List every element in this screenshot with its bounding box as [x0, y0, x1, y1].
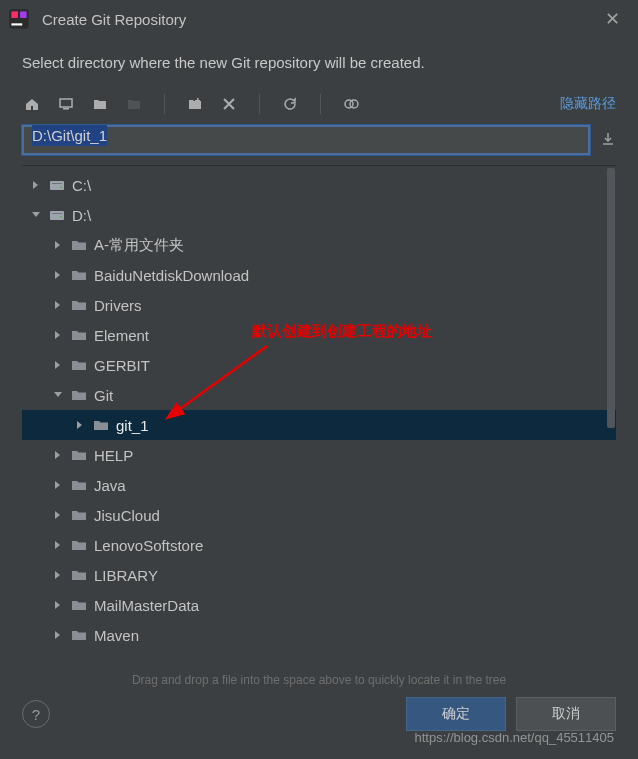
- download-icon[interactable]: [600, 131, 616, 150]
- tree-row[interactable]: Element: [22, 320, 616, 350]
- tree-row[interactable]: LIBRARY: [22, 560, 616, 590]
- directory-tree: C:\D:\A-常用文件夹BaiduNetdiskDownloadDrivers…: [22, 165, 616, 665]
- tree-item-label: Git: [94, 387, 113, 404]
- desktop-icon[interactable]: [56, 94, 76, 114]
- tree-row[interactable]: Maven: [22, 620, 616, 650]
- chevron-right-icon[interactable]: [50, 450, 66, 460]
- dialog-subtitle: Select directory where the new Git repos…: [0, 38, 638, 89]
- folder-icon: [70, 507, 88, 523]
- tree-row[interactable]: Drivers: [22, 290, 616, 320]
- svg-rect-11: [52, 183, 62, 184]
- folder-icon: [70, 447, 88, 463]
- folder-icon: [70, 237, 88, 253]
- chevron-right-icon[interactable]: [50, 540, 66, 550]
- module-icon[interactable]: [124, 94, 144, 114]
- tree-item-label: BaiduNetdiskDownload: [94, 267, 249, 284]
- toolbar-divider: [320, 94, 321, 114]
- tree-row[interactable]: Git: [22, 380, 616, 410]
- tree-row[interactable]: git_1: [22, 410, 616, 440]
- chevron-right-icon[interactable]: [50, 480, 66, 490]
- svg-rect-3: [11, 23, 22, 25]
- show-hidden-icon[interactable]: [341, 94, 361, 114]
- tree-item-label: A-常用文件夹: [94, 236, 184, 255]
- chevron-right-icon[interactable]: [50, 330, 66, 340]
- chevron-down-icon[interactable]: [50, 390, 66, 400]
- path-row: D:\Git\git_1: [0, 119, 638, 161]
- tree-item-label: git_1: [116, 417, 149, 434]
- tree-row[interactable]: GERBIT: [22, 350, 616, 380]
- toolbar-divider: [164, 94, 165, 114]
- chevron-right-icon[interactable]: [50, 630, 66, 640]
- dialog-footer: ? 确定 取消: [0, 697, 638, 741]
- tree-item-label: MailMasterData: [94, 597, 199, 614]
- svg-rect-2: [20, 11, 27, 18]
- folder-icon: [70, 297, 88, 313]
- tree-item-label: LenovoSoftstore: [94, 537, 203, 554]
- tree-item-label: Maven: [94, 627, 139, 644]
- hide-path-link[interactable]: 隐藏路径: [560, 95, 616, 113]
- tree-row[interactable]: A-常用文件夹: [22, 230, 616, 260]
- toolbar: 隐藏路径: [0, 89, 638, 119]
- chevron-right-icon[interactable]: [50, 510, 66, 520]
- svg-point-12: [60, 186, 62, 188]
- help-button[interactable]: ?: [22, 700, 50, 728]
- tree-item-label: HELP: [94, 447, 133, 464]
- tree-row[interactable]: LenovoSoftstore: [22, 530, 616, 560]
- svg-rect-14: [52, 213, 62, 214]
- chevron-right-icon[interactable]: [50, 570, 66, 580]
- project-icon[interactable]: [90, 94, 110, 114]
- tree-item-label: GERBIT: [94, 357, 150, 374]
- disk-icon: [48, 207, 66, 223]
- tree-item-label: C:\: [72, 177, 91, 194]
- tree-row[interactable]: JisuCloud: [22, 500, 616, 530]
- delete-icon[interactable]: [219, 94, 239, 114]
- chevron-right-icon[interactable]: [28, 180, 44, 190]
- tree-item-label: Element: [94, 327, 149, 344]
- close-button[interactable]: ✕: [597, 4, 628, 34]
- tree-item-label: Drivers: [94, 297, 142, 314]
- folder-icon: [70, 597, 88, 613]
- ok-button[interactable]: 确定: [406, 697, 506, 731]
- cancel-button[interactable]: 取消: [516, 697, 616, 731]
- home-icon[interactable]: [22, 94, 42, 114]
- drop-hint: Drag and drop a file into the space abov…: [0, 665, 638, 697]
- tree-item-label: LIBRARY: [94, 567, 158, 584]
- dialog-title: Create Git Repository: [42, 11, 597, 28]
- folder-icon: [70, 537, 88, 553]
- tree-row[interactable]: HELP: [22, 440, 616, 470]
- folder-icon: [70, 327, 88, 343]
- toolbar-divider: [259, 94, 260, 114]
- tree-item-label: D:\: [72, 207, 91, 224]
- chevron-right-icon[interactable]: [50, 270, 66, 280]
- chevron-right-icon[interactable]: [50, 240, 66, 250]
- tree-item-label: Java: [94, 477, 126, 494]
- folder-icon: [92, 417, 110, 433]
- app-icon: [6, 6, 32, 32]
- new-folder-icon[interactable]: [185, 94, 205, 114]
- scrollbar[interactable]: [606, 166, 616, 665]
- folder-icon: [70, 627, 88, 643]
- svg-rect-4: [60, 99, 72, 107]
- svg-rect-7: [195, 100, 200, 102]
- path-input[interactable]: D:\Git\git_1: [22, 125, 590, 155]
- svg-rect-13: [50, 211, 64, 220]
- titlebar: Create Git Repository ✕: [0, 0, 638, 38]
- folder-icon: [70, 357, 88, 373]
- refresh-icon[interactable]: [280, 94, 300, 114]
- tree-row[interactable]: MailMasterData: [22, 590, 616, 620]
- chevron-right-icon[interactable]: [50, 600, 66, 610]
- svg-point-15: [60, 216, 62, 218]
- tree-row[interactable]: C:\: [22, 170, 616, 200]
- chevron-right-icon[interactable]: [72, 420, 88, 430]
- folder-icon: [70, 477, 88, 493]
- tree-row[interactable]: D:\: [22, 200, 616, 230]
- tree-row[interactable]: BaiduNetdiskDownload: [22, 260, 616, 290]
- chevron-down-icon[interactable]: [28, 210, 44, 220]
- folder-icon: [70, 267, 88, 283]
- disk-icon: [48, 177, 66, 193]
- folder-icon: [70, 567, 88, 583]
- svg-rect-1: [11, 11, 18, 18]
- chevron-right-icon[interactable]: [50, 300, 66, 310]
- chevron-right-icon[interactable]: [50, 360, 66, 370]
- tree-row[interactable]: Java: [22, 470, 616, 500]
